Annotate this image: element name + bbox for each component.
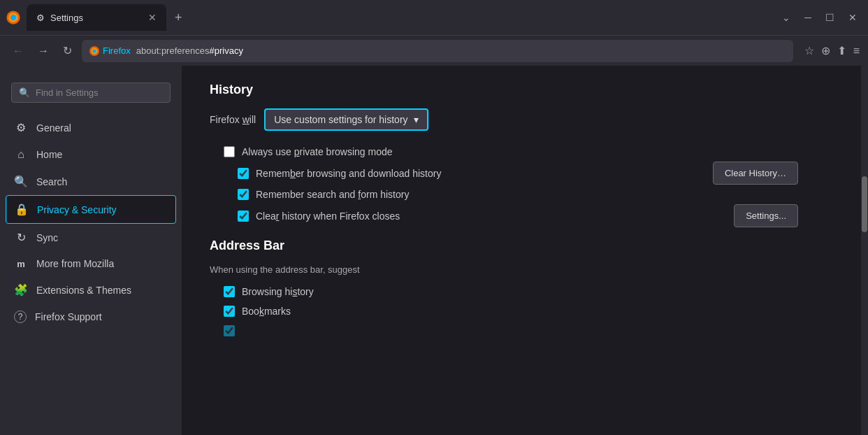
- clear-history-row-wrap: Clear history when Firefox closes Settin…: [210, 204, 840, 227]
- bookmarks-checkbox[interactable]: [224, 306, 235, 317]
- reload-button[interactable]: ↻: [59, 41, 76, 60]
- support-icon: ?: [14, 311, 27, 323]
- url-bar[interactable]: Firefox about:preferences#privacy: [82, 40, 793, 62]
- sidebar-item-label: Privacy & Security: [37, 204, 117, 215]
- remember-browsing-row-wrap: Remember browsing and download history C…: [210, 162, 840, 185]
- history-settings-button[interactable]: Settings...: [734, 204, 798, 227]
- pocket-button[interactable]: ⊕: [821, 44, 830, 57]
- url-prefix: about:preferences: [136, 45, 210, 56]
- firefox-badge-label: Firefox: [103, 45, 131, 56]
- remember-browsing-row: Remember browsing and download history: [210, 164, 441, 183]
- home-icon: ⌂: [14, 148, 28, 161]
- firefox-badge: Firefox: [89, 45, 131, 57]
- sidebar-item-privacy[interactable]: 🔒 Privacy & Security: [6, 195, 176, 224]
- browsing-history-label[interactable]: Browsing history: [242, 286, 314, 297]
- custom-settings-label: Use custom settings for history: [274, 114, 407, 125]
- remember-search-label[interactable]: Remember search and form history: [256, 189, 409, 200]
- firefox-will-label: Firefox will: [210, 114, 256, 125]
- sidebar-item-label: Search: [36, 176, 67, 187]
- sidebar-item-mozilla[interactable]: m More from Mozilla: [0, 251, 182, 276]
- firefox-logo-icon: [6, 10, 21, 25]
- sidebar-item-label: Home: [36, 149, 62, 160]
- url-anchor: #privacy: [210, 45, 243, 56]
- partial-row: [210, 321, 840, 341]
- sidebar-item-label: General: [36, 122, 71, 134]
- menu-button[interactable]: ≡: [853, 45, 860, 57]
- navbar: ← → ↻ Firefox about:preferences#privacy …: [0, 35, 868, 66]
- url-text: about:preferences#privacy: [136, 45, 243, 56]
- sidebar-item-general[interactable]: ⚙ General: [0, 114, 182, 141]
- active-tab[interactable]: ⚙ Settings ✕: [27, 4, 166, 31]
- sidebar-item-sync[interactable]: ↻ Sync: [0, 224, 182, 251]
- minimize-button[interactable]: ─: [799, 9, 817, 26]
- share-button[interactable]: ⬆: [837, 44, 846, 57]
- address-bar-section: Address Bar When using the address bar, …: [210, 238, 840, 341]
- sidebar-item-label: Firefox Support: [35, 311, 102, 322]
- sidebar: 🔍 ⚙ General ⌂ Home 🔍 Search 🔒 Privacy & …: [0, 66, 182, 435]
- clear-history-row: Clear history when Firefox closes: [210, 206, 400, 226]
- remember-browsing-label[interactable]: Remember browsing and download history: [256, 168, 441, 179]
- always-private-label[interactable]: Always use private browsing mode: [242, 146, 393, 157]
- sidebar-item-label: More from Mozilla: [36, 258, 114, 269]
- always-private-checkbox[interactable]: [224, 146, 235, 157]
- scrollbar-thumb[interactable]: [862, 176, 867, 232]
- sidebar-item-home[interactable]: ⌂ Home: [0, 141, 182, 168]
- bookmarks-label[interactable]: Bookmarks: [242, 306, 291, 317]
- titlebar-controls: ⌄ ─ ☐ ✕: [776, 9, 862, 26]
- window-close-button[interactable]: ✕: [843, 9, 862, 26]
- sidebar-item-support[interactable]: ? Firefox Support: [0, 304, 182, 330]
- browsing-history-checkbox[interactable]: [224, 286, 235, 297]
- history-section-title: History: [210, 83, 840, 97]
- nav-icons: ☆ ⊕ ⬆ ≡: [804, 44, 860, 57]
- general-icon: ⚙: [14, 121, 28, 134]
- back-button[interactable]: ←: [8, 42, 28, 60]
- sidebar-item-label: Extensions & Themes: [36, 285, 131, 296]
- remember-search-checkbox[interactable]: [238, 189, 249, 200]
- list-tabs-button[interactable]: ⌄: [776, 9, 796, 26]
- mozilla-icon: m: [14, 259, 28, 269]
- dropdown-chevron-icon: ▾: [414, 114, 419, 125]
- svg-point-2: [10, 15, 16, 20]
- search-settings-icon: 🔍: [19, 87, 30, 98]
- main-content: 🔍 ⚙ General ⌂ Home 🔍 Search 🔒 Privacy & …: [0, 66, 868, 435]
- settings-tab-icon: ⚙: [36, 13, 45, 23]
- tab-bar: ⚙ Settings ✕ +: [27, 0, 771, 35]
- clear-history-checkbox[interactable]: [238, 211, 249, 222]
- history-section: History Firefox will Use custom settings…: [210, 83, 840, 227]
- clear-history-label[interactable]: Clear history when Firefox closes: [256, 211, 400, 222]
- bookmarks-row: Bookmarks: [210, 301, 840, 321]
- tab-title: Settings: [50, 13, 83, 23]
- sidebar-item-label: Sync: [36, 232, 58, 243]
- bookmark-button[interactable]: ☆: [804, 44, 814, 57]
- history-will-row: Firefox will Use custom settings for his…: [210, 108, 840, 131]
- titlebar: ⚙ Settings ✕ + ⌄ ─ ☐ ✕: [0, 0, 868, 35]
- settings-content: History Firefox will Use custom settings…: [182, 66, 868, 435]
- forward-button[interactable]: →: [34, 42, 53, 60]
- address-bar-title: Address Bar: [210, 238, 840, 253]
- sidebar-item-search[interactable]: 🔍 Search: [0, 168, 182, 195]
- lock-icon: 🔒: [15, 203, 29, 216]
- tab-close-button[interactable]: ✕: [148, 12, 157, 23]
- browsing-history-row: Browsing history: [210, 282, 840, 301]
- address-bar-subtitle: When using the address bar, suggest: [210, 264, 840, 275]
- sync-icon: ↻: [14, 231, 28, 244]
- extra-checkbox[interactable]: [224, 325, 235, 336]
- extensions-icon: 🧩: [14, 283, 28, 297]
- svg-point-5: [93, 49, 96, 52]
- always-private-row: Always use private browsing mode: [210, 142, 840, 162]
- remember-search-row: Remember search and form history: [210, 185, 840, 204]
- search-settings-input[interactable]: [36, 87, 163, 98]
- remember-browsing-checkbox[interactable]: [238, 168, 249, 179]
- find-settings-bar[interactable]: 🔍: [11, 83, 171, 103]
- clear-history-button[interactable]: Clear History…: [713, 162, 798, 185]
- sidebar-item-extensions[interactable]: 🧩 Extensions & Themes: [0, 276, 182, 304]
- scrollbar-track[interactable]: [861, 66, 868, 435]
- search-icon: 🔍: [14, 175, 28, 188]
- new-tab-button[interactable]: +: [169, 8, 188, 28]
- firefox-small-icon: [89, 45, 100, 57]
- maximize-button[interactable]: ☐: [820, 9, 840, 26]
- custom-settings-dropdown[interactable]: Use custom settings for history ▾: [264, 108, 428, 131]
